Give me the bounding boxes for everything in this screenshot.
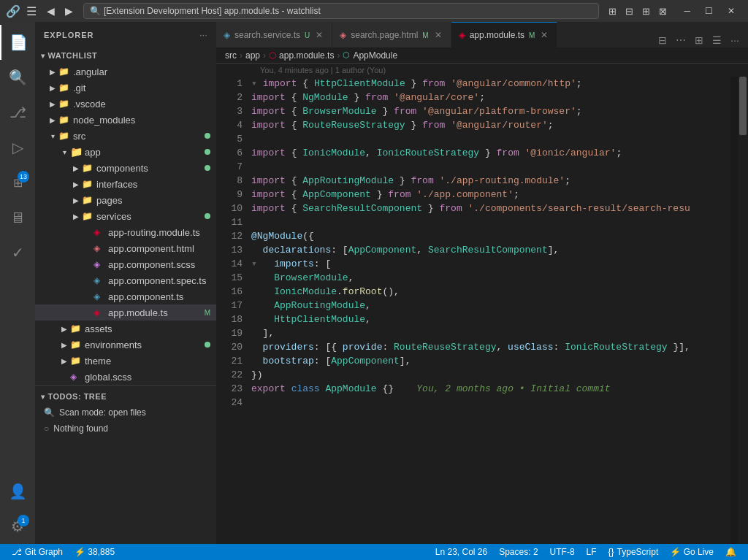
back-button[interactable]: ◀	[42, 4, 59, 18]
go-live-status[interactable]: ⚡ Go Live	[664, 544, 720, 560]
remote-button[interactable]: 🖥	[0, 200, 35, 235]
tree-item-app-component-html[interactable]: ▶ ◈ app.component.html	[35, 240, 216, 256]
activitybar-bottom: 👤 ⚙ 1	[0, 474, 35, 544]
tree-item-src[interactable]: ▾ 📁 src	[35, 128, 216, 144]
vscode-icon: 🔗	[6, 4, 20, 18]
folder-git-icon: 📁	[58, 83, 70, 93]
layout-btn-1[interactable]: ⊞	[605, 4, 620, 18]
breadcrumb-toggle[interactable]: ☰	[709, 33, 725, 47]
encoding-status[interactable]: UTF-8	[544, 544, 581, 560]
breadcrumb-class[interactable]: AppModule	[353, 50, 397, 61]
close-button[interactable]: ✕	[720, 3, 742, 19]
tree-item-vscode[interactable]: ▶ 📁 .vscode	[35, 96, 216, 112]
breadcrumb-app[interactable]: app	[245, 50, 260, 61]
breadcrumb-module[interactable]: app.module.ts	[279, 50, 334, 61]
circle-icon: ○	[44, 423, 49, 434]
layout-btn-2[interactable]: ⊟	[622, 4, 637, 18]
tree-item-app-component-ts[interactable]: ▶ ◈ app.component.ts	[35, 288, 216, 304]
folder-interfaces-icon: 📁	[82, 179, 94, 189]
tab-search-page-close[interactable]: ✕	[433, 28, 443, 42]
layout-btn-4[interactable]: ⊠	[655, 4, 671, 18]
tree-item-global-scss[interactable]: ▶ ◈ global.scss	[35, 369, 216, 385]
folder-environments-icon: 📁	[70, 340, 82, 350]
line-col-status[interactable]: Ln 23, Col 26	[430, 544, 493, 560]
sidebar-more-button[interactable]: ···	[199, 29, 207, 40]
todos-scan-item[interactable]: 🔍 Scan mode: open files	[35, 404, 216, 421]
git-icon: ⎇	[9, 104, 26, 121]
search-small-icon: 🔍	[44, 407, 55, 418]
forward-button[interactable]: ▶	[61, 4, 77, 18]
file-routing-icon: ◈	[94, 227, 105, 237]
scrollbar-thumb[interactable]	[739, 77, 747, 135]
editor-area: ◈ search.service.ts U ✕ ◈ search.page.ht…	[216, 22, 748, 544]
tab-more-button[interactable]: ···	[728, 33, 742, 47]
breadcrumb-module-file-icon: ⬡	[343, 50, 350, 60]
line-ending-status[interactable]: LF	[581, 544, 603, 560]
tree-item-app[interactable]: ▾ 📁 app	[35, 144, 216, 160]
explorer-button[interactable]: 📄	[0, 25, 35, 60]
git-count-status[interactable]: ⚡ 38,885	[69, 544, 121, 560]
tree-item-assets[interactable]: ▶ 📁 assets	[35, 321, 216, 337]
tree-item-app-routing[interactable]: ▶ ◈ app-routing.module.ts	[35, 224, 216, 240]
tree-item-services[interactable]: ▶ 📁 services	[35, 208, 216, 224]
tree-item-interfaces[interactable]: ▶ 📁 interfaces	[35, 176, 216, 192]
split-editor-button[interactable]: ⊟	[655, 33, 670, 47]
tab-search-page[interactable]: ◈ search.page.html M ✕	[332, 22, 451, 47]
code-content[interactable]: ▾ import { HttpClientModule } from '@ang…	[248, 77, 730, 544]
views-button[interactable]: ⊞	[692, 33, 706, 47]
todos-label: TODOS: TREE	[48, 392, 107, 401]
tab-app-module[interactable]: ◈ app.module.ts M ✕	[451, 22, 558, 47]
sidebar: EXPLORER ··· ▾ WATCHLIST ▶ 📁 .angular ▶ …	[35, 22, 216, 544]
search-button[interactable]: 🔍	[0, 60, 35, 95]
folder-theme-icon: 📁	[70, 356, 82, 366]
more-actions-button[interactable]: ⋯	[673, 33, 689, 47]
tree-item-theme[interactable]: ▶ 📁 theme	[35, 353, 216, 369]
tree-item-node-modules[interactable]: ▶ 📁 node_modules	[35, 112, 216, 128]
tab-app-module-icon: ◈	[459, 30, 465, 40]
extensions-button[interactable]: ⊞ 13	[0, 165, 35, 200]
tab-search-page-icon: ◈	[340, 30, 346, 40]
tree-item-app-module[interactable]: ▶ ◈ app.module.ts M	[35, 304, 216, 321]
bell-status[interactable]: 🔔	[720, 544, 742, 560]
todos-arrow: ▾	[41, 393, 45, 401]
address-bar[interactable]: 🔍 [Extension Development Host] app.modul…	[83, 3, 599, 19]
tree-item-components[interactable]: ▶ 📁 components	[35, 160, 216, 176]
tree-item-pages[interactable]: ▶ 📁 pages	[35, 192, 216, 208]
file-component-ts-icon: ◈	[94, 291, 105, 302]
git-branch-icon: ⎇	[12, 547, 22, 557]
maximize-button[interactable]: ☐	[698, 3, 720, 19]
tab-search-service-close[interactable]: ✕	[314, 28, 324, 42]
minimize-button[interactable]: ─	[676, 3, 698, 19]
tree-item-git[interactable]: ▶ 📁 .git	[35, 80, 216, 96]
todos-header[interactable]: ▾ TODOS: TREE	[35, 388, 216, 404]
extensions-badge: 13	[18, 171, 29, 183]
tree-item-app-component-scss[interactable]: ▶ ◈ app.component.scss	[35, 256, 216, 272]
tree-item-angular[interactable]: ▶ 📁 .angular	[35, 64, 216, 80]
debug-button[interactable]: ▷	[0, 130, 35, 165]
tab-search-service[interactable]: ◈ search.service.ts U ✕	[216, 22, 332, 47]
files-icon: 📄	[9, 34, 28, 51]
tree-item-environments[interactable]: ▶ 📁 environments	[35, 337, 216, 353]
breadcrumb: src › app › ⬡ app.module.ts › ⬡ AppModul…	[216, 47, 748, 64]
language-status[interactable]: {} TypeScript	[603, 544, 665, 560]
tab-app-module-close[interactable]: ✕	[539, 28, 549, 42]
settings-button[interactable]: ⚙ 1	[0, 509, 35, 544]
spaces-status[interactable]: Spaces: 2	[493, 544, 543, 560]
layout-btn-3[interactable]: ⊞	[638, 4, 654, 18]
todos-nothing-label: Nothing found	[53, 423, 108, 434]
app-modified-dot	[205, 149, 210, 155]
tree-item-app-component-spec[interactable]: ▶ ◈ app.component.spec.ts	[35, 272, 216, 288]
git-graph-status[interactable]: ⎇ Git Graph	[6, 544, 69, 560]
hamburger-menu[interactable]: ☰	[26, 4, 37, 18]
line-col-label: Ln 23, Col 26	[435, 547, 487, 557]
account-button[interactable]: 👤	[0, 474, 35, 509]
remote-icon: 🖥	[10, 210, 25, 226]
todo-button[interactable]: ✓	[0, 235, 35, 270]
activitybar: 📄 🔍 ⎇ ▷ ⊞ 13 🖥 ✓ 👤 ⚙ 1	[0, 22, 35, 544]
watchlist-header[interactable]: ▾ WATCHLIST	[35, 47, 216, 64]
code-editor[interactable]: 1 2 3 4 5 6 7 8 9 10 11 12 13 14 15 16 1…	[216, 77, 748, 544]
git-button[interactable]: ⎇	[0, 95, 35, 130]
breadcrumb-src[interactable]: src	[225, 50, 237, 61]
scrollbar[interactable]	[738, 77, 748, 544]
main-area: 📄 🔍 ⎇ ▷ ⊞ 13 🖥 ✓ 👤 ⚙ 1	[0, 22, 748, 544]
